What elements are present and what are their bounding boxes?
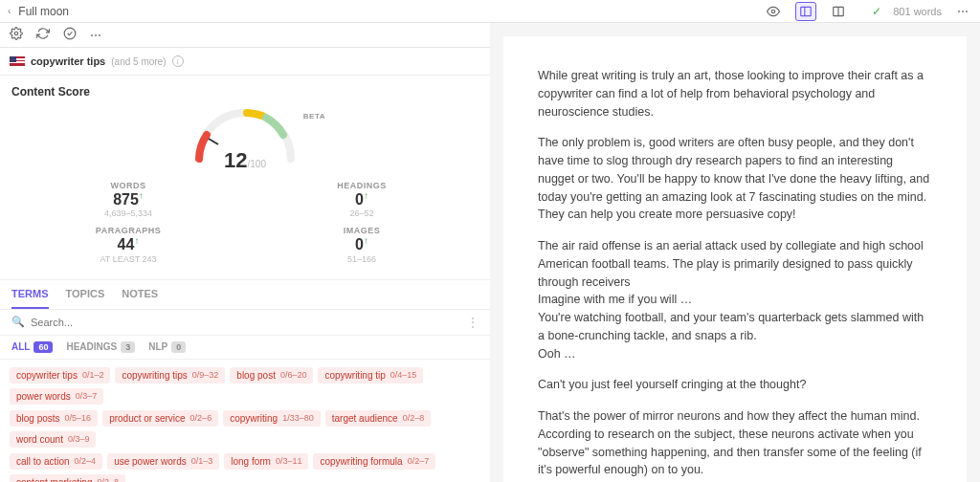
filter-all[interactable]: ALL60	[11, 341, 53, 353]
doc-tag-row: copywriter tips (and 5 more) i	[0, 48, 490, 76]
filter-headings[interactable]: HEADINGS3	[66, 341, 135, 353]
check-icon: ✓	[872, 5, 881, 18]
term-chip[interactable]: copywriting formula0/2–7	[313, 453, 435, 470]
filter-nlp[interactable]: NLP0	[148, 341, 186, 353]
score-title: Content Score	[11, 85, 479, 99]
tab-notes[interactable]: NOTES	[122, 280, 158, 309]
headings-label: HEADINGS	[245, 181, 479, 190]
svg-rect-1	[801, 7, 812, 15]
left-toolbar: ⋯	[0, 23, 490, 48]
score-section: Content Score BETA 12/100	[0, 76, 490, 280]
term-chip[interactable]: copywriting1/33–80	[223, 410, 321, 427]
score-gauge: BETA	[188, 106, 302, 164]
words-range: 4,639–5,334	[11, 208, 245, 218]
svg-point-6	[64, 28, 76, 39]
search-row: 🔍 ⋮	[0, 310, 490, 336]
more-icon[interactable]: ⋯	[953, 3, 972, 20]
check-circle-icon[interactable]	[63, 27, 77, 43]
gear-icon[interactable]	[10, 27, 23, 43]
chevron-left-icon[interactable]: ‹	[8, 6, 11, 16]
info-icon[interactable]: i	[172, 55, 184, 67]
images-label: IMAGES	[245, 226, 479, 235]
para: That's the power of mirror neurons and h…	[538, 407, 932, 482]
term-chip[interactable]: call to action0/2–4	[10, 453, 102, 470]
tab-terms[interactable]: TERMS	[11, 280, 49, 309]
sidebar-toggle-icon[interactable]	[795, 2, 816, 21]
term-chip[interactable]: content marketing0/2–8	[10, 474, 125, 482]
doc-title: Full moon	[18, 5, 69, 18]
images-value: 0↑	[245, 235, 479, 253]
split-view-icon[interactable]	[828, 2, 849, 21]
search-more-icon[interactable]: ⋮	[467, 316, 479, 329]
tab-topics[interactable]: TOPICS	[66, 280, 105, 309]
term-chip[interactable]: product or service0/2–6	[102, 410, 218, 427]
paras-range: AT LEAST 243	[11, 254, 245, 264]
para: The air raid offense is an aerial attack…	[538, 237, 932, 362]
term-chip[interactable]: blog posts0/5–16	[10, 410, 98, 427]
search-input[interactable]	[31, 317, 461, 328]
words-label: WORDS	[11, 181, 245, 190]
words-value: 875↑	[11, 190, 245, 208]
term-chip[interactable]: copywriter tips0/1–2	[10, 367, 110, 383]
term-chip[interactable]: use power words0/1–3	[107, 453, 219, 470]
more-horiz-icon[interactable]: ⋯	[90, 29, 101, 42]
headings-value: 0↑	[245, 190, 479, 208]
paras-value: 44↑	[11, 235, 245, 253]
svg-point-5	[14, 32, 18, 35]
svg-line-7	[209, 139, 218, 144]
term-chip[interactable]: word count0/3–9	[10, 431, 96, 448]
term-chip[interactable]: copywriting tip0/4–15	[318, 367, 423, 383]
svg-point-0	[771, 10, 775, 13]
paras-label: PARAGRAPHS	[11, 226, 245, 235]
terms-list: copywriter tips0/1–2copywriting tips0/9–…	[0, 360, 490, 482]
headings-range: 26–52	[245, 208, 479, 218]
filter-row: ALL60 HEADINGS3 NLP0	[0, 336, 490, 360]
tabs: TERMS TOPICS NOTES	[0, 280, 490, 310]
para: Can't you just feel yourself cringing at…	[538, 376, 932, 394]
term-chip[interactable]: copywriting tips0/9–32	[115, 367, 225, 383]
term-chip[interactable]: long form0/3–11	[224, 453, 308, 470]
primary-tag[interactable]: copywriter tips	[31, 55, 105, 67]
eye-icon[interactable]	[763, 2, 784, 21]
beta-badge: BETA	[303, 112, 325, 120]
term-chip[interactable]: target audience0/2–8	[325, 410, 431, 427]
term-chip[interactable]: power words0/3–7	[10, 388, 103, 405]
images-range: 51–166	[245, 254, 479, 264]
term-chip[interactable]: blog post0/6–20	[230, 367, 313, 383]
us-flag-icon	[10, 56, 25, 66]
search-icon: 🔍	[11, 316, 25, 328]
topbar: ‹ Full moon ✓ 801 words ⋯	[0, 0, 980, 23]
para: The only problem is, good writers are of…	[538, 134, 932, 224]
refresh-icon[interactable]	[36, 27, 50, 43]
tag-more[interactable]: (and 5 more)	[111, 56, 166, 67]
word-count: 801 words	[893, 6, 942, 17]
content-preview: While great writing is truly an art, tho…	[490, 23, 980, 482]
paper[interactable]: While great writing is truly an art, tho…	[503, 36, 967, 482]
para: While great writing is truly an art, tho…	[538, 67, 932, 120]
